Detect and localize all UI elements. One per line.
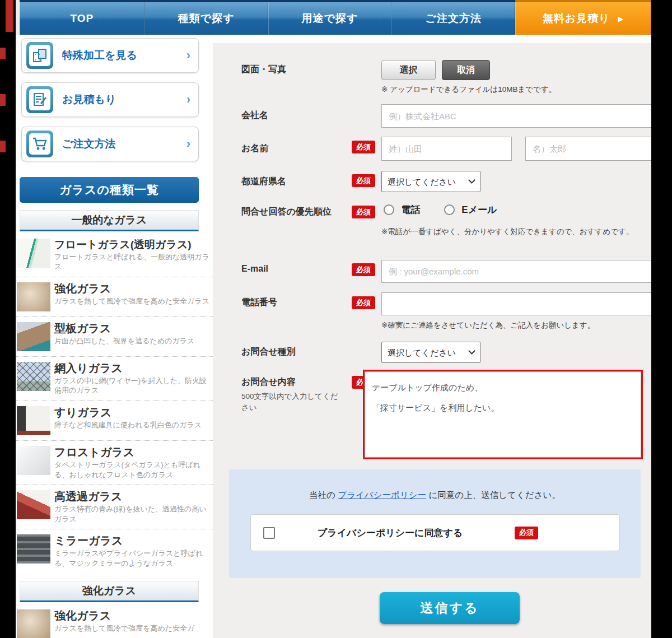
priority-note: ※電話が一番すばやく、分かりやすく対応できますので、おすすめです。 bbox=[381, 226, 651, 237]
glass-title: フロストガラス bbox=[54, 446, 134, 458]
upload-label: 図面・写真 bbox=[241, 64, 286, 76]
upload-note: ※ アップロードできるファイルは10MBまでです。 bbox=[381, 84, 556, 95]
list-item-patterned-glass[interactable]: 型板ガラス 片面が凸凹した、視界を遮るためのガラス bbox=[16, 317, 213, 357]
cart-icon bbox=[26, 131, 53, 157]
glass-title: フロートガラス(透明ガラス) bbox=[54, 239, 192, 250]
last-name-input[interactable] bbox=[381, 137, 512, 161]
chevron-right-icon: › bbox=[186, 48, 190, 63]
sidebar-button-estimate[interactable]: お見積もり › bbox=[21, 82, 199, 117]
list-item-tempered-glass-2[interactable]: 強化ガラス ガラスを熱して風冷で強度を高めた安全ガ bbox=[16, 604, 213, 638]
glass-title: 網入りガラス bbox=[54, 362, 123, 374]
screen: TOP 種類で探す 用途で探す ご注文方法 無料お見積り ▶ 特殊加工を見 bbox=[0, 0, 672, 638]
required-badge: 必須 bbox=[352, 141, 375, 153]
email-input[interactable] bbox=[381, 260, 651, 283]
mirror-glass-thumbnail bbox=[17, 534, 50, 564]
glass-desc: フロートガラスと呼ばれる、一般的な透明ガラス bbox=[54, 252, 209, 272]
nav-tab-search-by-type[interactable]: 種類で探す bbox=[144, 2, 268, 35]
sidebar-button-label: ご注文方法 bbox=[62, 137, 115, 151]
email-label: E-mail bbox=[241, 264, 268, 274]
list-item-mirror-glass[interactable]: ミラーガラス ミラーガラスやプライバシーガラスと呼ばれる、マジックミラーのような… bbox=[16, 529, 213, 573]
name-label: お名前 bbox=[241, 143, 268, 155]
sidebar-button-label: お見積もり bbox=[62, 92, 116, 107]
top-nav: TOP 種類で探す 用途で探す ご注文方法 無料お見積り ▶ bbox=[20, 0, 651, 35]
glass-types-section-title: ガラスの種類一覧 bbox=[20, 177, 199, 203]
required-badge: 必須 bbox=[515, 527, 538, 539]
subheader-tempered-glass: 強化ガラス bbox=[20, 581, 199, 602]
contact-form: 図面・写真 選択 取消 ※ アップロードできるファイルは10MBまでです。 会社… bbox=[218, 43, 651, 638]
screen-edge-artifact bbox=[0, 141, 6, 152]
phone-input[interactable] bbox=[381, 292, 651, 315]
glass-desc: ガラス特有の青み(緑)を抜いた、透過性の高いガラス bbox=[54, 504, 209, 524]
sidebar-button-special-processing[interactable]: 特殊加工を見る › bbox=[21, 38, 199, 73]
screen-edge-artifact bbox=[0, 94, 6, 106]
subheader-general-glass: 一般的なガラス bbox=[20, 210, 199, 231]
glass-title: ミラーガラス bbox=[54, 534, 123, 547]
free-quote-label: 無料お見積り bbox=[543, 11, 610, 26]
glass-title: 強化ガラス bbox=[54, 282, 111, 295]
inquiry-content-note: 500文字以内で入力してください bbox=[241, 391, 342, 414]
company-label: 会社名 bbox=[241, 110, 268, 122]
nav-tab-free-quote[interactable]: 無料お見積り ▶ bbox=[515, 0, 651, 35]
list-item-frosted-glass[interactable]: すりガラス 障子など和風建具に使われる乳白色のガラス bbox=[16, 401, 213, 441]
list-item-float-glass[interactable]: フロートガラス(透明ガラス) フロートガラスと呼ばれる、一般的な透明ガラス bbox=[16, 234, 213, 277]
phone-note: ※確実にご連絡をさせていただく為、ご記入をお願いします。 bbox=[381, 320, 595, 331]
glass-title: すりガラス bbox=[54, 406, 111, 418]
screen-edge-artifact bbox=[6, 0, 13, 32]
glass-desc: タペストリーガラス(タペガラス)とも呼ばれる、おしゃれなフロスト色のガラス bbox=[54, 460, 209, 479]
high-transparency-glass-thumbnail bbox=[17, 490, 50, 519]
chevron-right-icon: › bbox=[186, 92, 190, 107]
priority-email-label: Eメール bbox=[461, 204, 497, 215]
list-item-frost-glass[interactable]: フロストガラス タペストリーガラス(タペガラス)とも呼ばれる、おしゃれなフロスト… bbox=[16, 441, 213, 485]
privacy-agree-label: プライバシーポリシーに同意する bbox=[265, 527, 515, 539]
priority-phone-radio[interactable] bbox=[384, 204, 394, 215]
submit-button[interactable]: 送信する bbox=[380, 592, 520, 624]
priority-email-radio[interactable] bbox=[444, 204, 455, 215]
sidebar-button-how-to-order[interactable]: ご注文方法 › bbox=[21, 127, 199, 161]
glass-desc: 障子など和風建具に使われる乳白色のガラス bbox=[54, 420, 209, 430]
phone-label: 電話番号 bbox=[241, 297, 277, 309]
list-item-tempered-glass[interactable]: 強化ガラス ガラスを熱して風冷で強度を高めた安全ガラス bbox=[16, 277, 213, 317]
required-badge: 必須 bbox=[352, 206, 375, 218]
file-select-button[interactable]: 選択 bbox=[381, 60, 436, 80]
tempered-glass-thumbnail bbox=[17, 609, 50, 638]
privacy-sentence: 当社の プライバシーポリシー に同意の上、送信してください。 bbox=[229, 490, 641, 501]
privacy-policy-link[interactable]: プライバシーポリシー bbox=[338, 490, 426, 500]
nav-tab-top[interactable]: TOP bbox=[20, 2, 144, 35]
prefecture-select[interactable]: 選択してください bbox=[381, 171, 480, 192]
file-cancel-button[interactable]: 取消 bbox=[442, 60, 490, 80]
wired-glass-thumbnail bbox=[17, 362, 50, 391]
tempered-glass-thumbnail bbox=[17, 282, 50, 311]
sidebar-button-label: 特殊加工を見る bbox=[62, 48, 137, 63]
glass-type-list-2: 強化ガラス ガラスを熱して風冷で強度を高めた安全ガ bbox=[16, 604, 213, 638]
glass-desc: ガラスを熱して風冷で強度を高めた安全ガ bbox=[54, 623, 209, 634]
glass-desc: ミラーガラスやプライバシーガラスと呼ばれる、マジックミラーのようなガラス bbox=[54, 548, 209, 568]
priority-phone-label: 電話 bbox=[401, 204, 420, 215]
inquiry-type-select[interactable]: 選択してください bbox=[381, 342, 480, 363]
privacy-text-before: 当社の bbox=[309, 490, 338, 500]
required-badge: 必須 bbox=[352, 174, 375, 187]
list-item-high-transparency-glass[interactable]: 高透過ガラス ガラス特有の青み(緑)を抜いた、透過性の高いガラス bbox=[16, 485, 213, 529]
privacy-text-after: に同意の上、送信してください。 bbox=[426, 490, 561, 500]
chevron-right-icon: › bbox=[186, 137, 190, 151]
priority-label: 問合せ回答の優先順位 bbox=[241, 206, 332, 218]
estimate-document-icon bbox=[26, 86, 53, 113]
nav-tab-search-by-use[interactable]: 用途で探す bbox=[268, 2, 392, 35]
arrow-right-icon: ▶ bbox=[618, 15, 624, 23]
inquiry-content-label: お問合せ内容 bbox=[241, 376, 296, 388]
company-input[interactable] bbox=[381, 104, 651, 128]
nav-tab-how-to-order[interactable]: ご注文方法 bbox=[391, 2, 515, 35]
glass-title: 強化ガラス bbox=[54, 609, 111, 622]
privacy-agree-row: プライバシーポリシーに同意する 必須 bbox=[250, 514, 620, 551]
glass-type-list: フロートガラス(透明ガラス) フロートガラスと呼ばれる、一般的な透明ガラス 強化… bbox=[16, 234, 213, 573]
glass-desc: ガラスの中に網(ワイヤー)を封入した、防火設備用のガラス bbox=[54, 376, 209, 395]
inquiry-content-highlight: テーブルトップ作成のため、 「採寸サービス」を利用したい。 bbox=[363, 370, 643, 459]
first-name-input[interactable] bbox=[525, 137, 651, 161]
glass-desc: ガラスを熱して風冷で強度を高めた安全ガラス bbox=[54, 296, 209, 306]
glass-title: 型板ガラス bbox=[54, 322, 111, 334]
float-glass-thumbnail bbox=[17, 239, 50, 268]
list-item-wired-glass[interactable]: 網入りガラス ガラスの中に網(ワイヤー)を封入した、防火設備用のガラス bbox=[16, 357, 213, 401]
inquiry-content-textarea[interactable]: テーブルトップ作成のため、 「採寸サービス」を利用したい。 bbox=[365, 371, 641, 458]
glass-desc: 片面が凸凹した、視界を遮るためのガラス bbox=[54, 336, 209, 346]
screen-edge-artifact bbox=[0, 48, 6, 59]
glass-panels-icon bbox=[26, 42, 53, 69]
